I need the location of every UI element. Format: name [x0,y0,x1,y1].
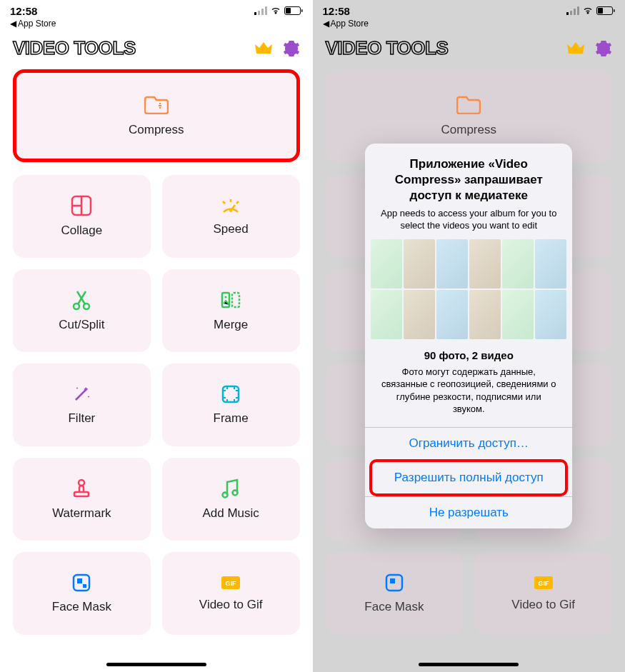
privacy-note: Фото могут содержать данные, связанные с… [379,366,558,416]
limit-access-button[interactable]: Ограничить доступ… [365,428,572,459]
scissors-icon [71,289,91,311]
tile-label: Video to Gif [199,598,263,612]
dialog-subtitle: App needs to access your album for you t… [378,207,559,232]
permission-dialog-overlay: Приложение «Video Compress» запрашивает … [313,0,626,672]
gif-icon: GIF [220,575,241,591]
allow-full-access-button[interactable]: Разрешить полный доступ [369,459,568,496]
status-bar: 12:58 [0,0,313,19]
tile-facemask[interactable]: Face Mask [13,552,151,635]
tile-label: Filter [68,411,95,426]
tile-frame[interactable]: Frame [162,363,300,446]
svg-rect-20 [223,386,239,402]
music-icon [221,478,240,499]
home-indicator[interactable] [419,663,519,666]
tile-label: Speed [214,222,249,236]
collage-icon [71,195,92,216]
speed-icon [219,196,242,215]
preview-thumb [371,239,402,289]
gear-icon[interactable] [283,40,300,57]
home-indicator[interactable] [106,663,206,666]
app-title: VIDEO TOOLS [13,37,136,59]
tile-merge[interactable]: Merge [162,269,300,352]
facemask-icon [71,573,91,593]
deny-access-button[interactable]: Не разрешать [365,496,572,528]
preview-thumb [436,290,468,339]
tile-label: Collage [61,224,103,238]
frame-icon [221,384,241,404]
svg-point-23 [223,493,228,498]
status-indicators [254,6,303,15]
svg-rect-5 [286,8,291,14]
wand-icon [71,384,91,404]
preview-thumb [404,290,435,339]
back-to-appstore[interactable]: ◀ App Store [0,19,313,31]
tile-label: Cut/Split [59,318,104,332]
svg-rect-0 [254,12,256,15]
preview-thumb [469,239,501,289]
svg-point-24 [233,491,238,496]
tile-label: Merge [214,318,248,332]
svg-rect-1 [258,11,260,15]
right-screen: 12:58 ◀ App Store VIDEO TOOLS Compress C… [313,0,626,672]
tile-cut[interactable]: Cut/Split [13,269,151,352]
app-header: VIDEO TOOLS [0,31,313,65]
stamp-icon [71,478,91,499]
crown-icon[interactable] [254,41,273,56]
dialog-title: Приложение «Video Compress» запрашивает … [378,156,559,204]
tile-label: Add Music [202,506,259,521]
preview-thumb [371,290,402,339]
tile-gif[interactable]: GIF Video to Gif [162,552,300,635]
svg-text:GIF: GIF [226,580,237,587]
tile-label: Watermark [52,506,111,521]
left-screen: 12:58 ◀ App Store VIDEO TOOLS Compress [0,0,313,672]
svg-rect-3 [265,6,267,15]
preview-thumb [535,239,566,289]
status-time: 12:58 [10,5,37,17]
svg-rect-17 [232,293,239,307]
preview-thumb [502,290,534,339]
tile-music[interactable]: Add Music [162,458,300,541]
tile-collage[interactable]: Collage [13,175,151,258]
preview-thumb [469,290,501,339]
preview-thumb [436,239,468,289]
folder-icon [144,94,169,114]
svg-rect-6 [301,9,303,12]
merge-icon [220,289,241,311]
svg-rect-27 [83,584,86,588]
tile-compress[interactable]: Compress [13,69,300,162]
tile-label: Face Mask [52,600,111,614]
svg-rect-2 [261,9,264,15]
preview-thumb [535,290,566,339]
svg-rect-21 [74,492,89,496]
permission-dialog: Приложение «Video Compress» запрашивает … [365,144,572,528]
media-count: 90 фото, 2 видео [379,349,558,361]
tile-speed[interactable]: Speed [162,175,300,258]
svg-rect-26 [77,578,82,583]
preview-thumb [404,239,435,289]
media-preview-grid [365,239,572,339]
svg-point-18 [225,296,227,299]
tile-label: Compress [129,123,184,137]
svg-point-22 [79,480,84,486]
tile-watermark[interactable]: Watermark [13,458,151,541]
preview-thumb [502,239,534,289]
tile-label: Frame [214,411,249,426]
tile-filter[interactable]: Filter [13,363,151,446]
